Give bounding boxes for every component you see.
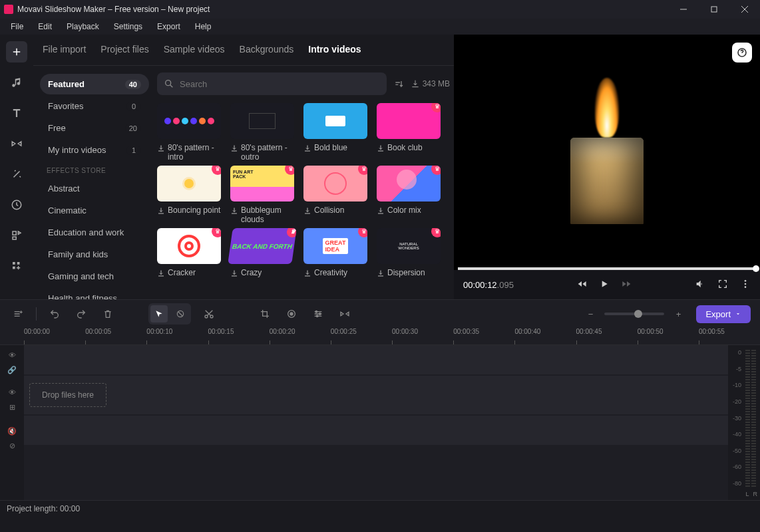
- app-icon: [4, 5, 13, 14]
- template-card[interactable]: ♛Bubblegum clouds: [230, 166, 294, 224]
- tab-intro-videos[interactable]: Intro videos: [308, 44, 361, 59]
- prev-button[interactable]: [576, 279, 587, 291]
- template-label: Cracker: [168, 268, 196, 277]
- count-badge: 40: [125, 80, 141, 89]
- effects-tool[interactable]: [6, 164, 27, 185]
- template-label: Collision: [314, 205, 344, 215]
- svg-point-23: [315, 311, 317, 313]
- more-button[interactable]: [740, 279, 751, 291]
- track-link-icon[interactable]: 🔗: [0, 362, 24, 377]
- template-card[interactable]: ♛Color mix: [377, 166, 441, 224]
- template-card[interactable]: ♛Bouncing point: [157, 166, 221, 224]
- preview-canvas[interactable]: [454, 35, 760, 267]
- tracks-area[interactable]: Drop files here: [24, 345, 728, 500]
- project-length: Project length: 00:00: [7, 504, 80, 513]
- minimize-button[interactable]: [668, 0, 699, 19]
- template-card[interactable]: ♛Cracker: [157, 228, 221, 277]
- track-unlink-icon[interactable]: ⊘: [0, 438, 24, 453]
- crop-button[interactable]: [256, 305, 274, 323]
- fullscreen-button[interactable]: [717, 279, 728, 291]
- audio-tool[interactable]: [6, 72, 27, 93]
- zoom-in-button[interactable]: +: [669, 305, 687, 323]
- template-card[interactable]: ♛Collision: [303, 166, 367, 224]
- tab-backgrounds[interactable]: Backgrounds: [240, 44, 294, 59]
- zoom-out-button[interactable]: −: [582, 305, 599, 323]
- track-row[interactable]: [24, 345, 728, 374]
- sidebar-item-featured[interactable]: Featured40: [40, 74, 149, 94]
- zoom-slider[interactable]: [604, 313, 664, 315]
- elements-tool[interactable]: [6, 225, 27, 246]
- download-icon: [303, 144, 311, 152]
- more-tools[interactable]: [6, 255, 27, 277]
- track-row[interactable]: [24, 416, 728, 445]
- template-card[interactable]: 80's pattern - outro: [230, 103, 294, 162]
- template-label: Bold blue: [314, 143, 347, 152]
- cut-button[interactable]: [200, 305, 218, 323]
- track-mute-icon[interactable]: 🔇: [0, 424, 24, 438]
- sidebar-item-gaming[interactable]: Gaming and tech: [40, 266, 149, 287]
- track-row-main[interactable]: Drop files here: [24, 376, 728, 414]
- next-button[interactable]: [622, 279, 632, 291]
- template-card[interactable]: Bold blue: [303, 103, 367, 162]
- premium-badge: ♛: [286, 228, 297, 237]
- maximize-button[interactable]: [699, 0, 729, 19]
- template-card[interactable]: BACK AND FORTH♛Crazy: [230, 228, 294, 277]
- disable-tool[interactable]: [172, 305, 189, 323]
- tab-file-import[interactable]: File import: [43, 44, 86, 59]
- select-tool[interactable]: [150, 305, 168, 323]
- scrub-bar[interactable]: [458, 267, 756, 270]
- count-badge: 0: [126, 102, 141, 111]
- stickers-tool[interactable]: [6, 194, 27, 215]
- svg-point-20: [210, 315, 213, 318]
- sidebar-item-family[interactable]: Family and kids: [40, 244, 149, 265]
- add-media-button[interactable]: [6, 41, 27, 63]
- sidebar-item-free[interactable]: Free20: [40, 118, 149, 138]
- tab-sample-videos[interactable]: Sample videos: [164, 44, 225, 59]
- drop-files-hint[interactable]: Drop files here: [29, 383, 106, 407]
- sidebar-item-health[interactable]: Health and fitness: [40, 288, 149, 299]
- search-box[interactable]: [157, 72, 387, 95]
- clip-props-button[interactable]: [336, 305, 353, 323]
- titles-tool[interactable]: [6, 102, 27, 124]
- search-icon: [164, 78, 174, 89]
- sort-button[interactable]: [393, 78, 404, 89]
- menu-settings[interactable]: Settings: [107, 21, 149, 33]
- delete-button[interactable]: [99, 305, 116, 323]
- sidebar-item-abstract[interactable]: Abstract: [40, 178, 149, 199]
- track-visibility-icon[interactable]: 👁: [0, 385, 24, 400]
- close-button[interactable]: [729, 0, 760, 19]
- effects-store-header: EFFECTS STORE: [36, 162, 153, 177]
- track-effects-icon[interactable]: ⊞: [0, 400, 24, 414]
- premium-badge: ♛: [431, 103, 441, 112]
- undo-button[interactable]: [46, 305, 63, 323]
- color-adjust-button[interactable]: [309, 305, 327, 323]
- transitions-tool[interactable]: [6, 133, 27, 154]
- menu-file[interactable]: File: [4, 21, 30, 33]
- sidebar-item-education[interactable]: Education and work: [40, 222, 149, 243]
- premium-badge: ♛: [285, 166, 294, 175]
- menu-export[interactable]: Export: [150, 21, 187, 33]
- volume-button[interactable]: [695, 279, 705, 291]
- sidebar-item-favorites[interactable]: Favorites0: [40, 96, 149, 116]
- search-input[interactable]: [180, 79, 380, 89]
- ruler-mark: 00:00:15: [208, 328, 270, 344]
- template-card[interactable]: ♛Book club: [377, 103, 441, 162]
- play-button[interactable]: [599, 279, 610, 291]
- timeline-ruler[interactable]: 00:00:0000:00:0500:00:1000:00:1500:00:20…: [0, 328, 760, 345]
- download-size[interactable]: 343 MB: [411, 79, 450, 88]
- record-button[interactable]: [283, 305, 300, 323]
- menu-help[interactable]: Help: [188, 21, 218, 33]
- tab-project-files[interactable]: Project files: [100, 44, 148, 59]
- export-button[interactable]: Export: [696, 305, 751, 323]
- menu-playback[interactable]: Playback: [60, 21, 106, 33]
- sidebar-item-cinematic[interactable]: Cinematic: [40, 200, 149, 221]
- transition-wizard-button[interactable]: [9, 305, 27, 323]
- redo-button[interactable]: [73, 305, 90, 323]
- template-card[interactable]: 80's pattern - intro: [157, 103, 221, 162]
- template-card[interactable]: GREATIDEA♛Creativity: [303, 228, 367, 277]
- template-card[interactable]: NATURALWONDERS♛Dispersion: [377, 228, 441, 277]
- track-visibility-icon[interactable]: 👁: [0, 348, 24, 362]
- menu-edit[interactable]: Edit: [31, 21, 59, 33]
- premium-badge: ♛: [358, 166, 367, 175]
- sidebar-item-my-intro[interactable]: My intro videos1: [40, 140, 149, 160]
